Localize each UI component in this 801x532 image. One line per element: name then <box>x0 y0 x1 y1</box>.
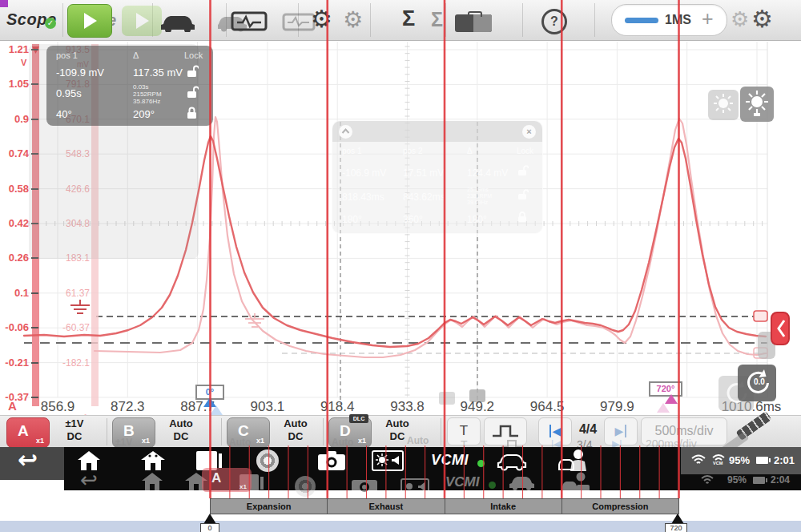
band-end-label: 720 <box>665 523 687 532</box>
ghost-auto-label: Auto <box>332 437 353 448</box>
y-axis-label: 0.1 <box>0 287 29 299</box>
y-axis-tick <box>31 362 38 364</box>
delta-rpm: 2152RPM <box>133 91 162 98</box>
rotate-value: 0.0 <box>754 377 765 386</box>
vcmi-button[interactable]: VCMI <box>431 452 469 469</box>
channel-b-range[interactable]: AutoDC <box>158 417 204 443</box>
y-axis-label: 1.21 <box>0 43 29 55</box>
back-arrow-icon: ↩ <box>18 445 38 474</box>
android-home-icon[interactable] <box>140 449 166 471</box>
channel-control-row: A x1 ±1VDC B x1 AutoDC C x1 AutoDC D x1 … <box>0 415 801 448</box>
home-icon[interactable] <box>77 450 101 471</box>
chrome-icon[interactable] <box>256 449 279 472</box>
ghost-y-axis-label: -182.1 <box>58 357 90 369</box>
ghost-col-lock: Lock <box>517 147 533 155</box>
driver-vehicle-icon[interactable] <box>557 449 590 473</box>
delta-time: 0.03s <box>133 83 162 91</box>
unlock-icon[interactable] <box>187 86 199 98</box>
delta-angle: 209° <box>133 108 155 120</box>
unlock-icon[interactable] <box>187 65 199 77</box>
recent-apps-icon[interactable] <box>195 450 223 471</box>
ghost-td: 25.19ms2381RPM39.69Hz <box>467 187 492 206</box>
x-axis-label: 949.2 <box>461 399 495 415</box>
ghost-v1: -106.9 mV <box>342 167 386 179</box>
y-axis-tick <box>31 397 38 398</box>
y-axis-unit: V <box>21 58 26 67</box>
y-axis-label: 0.74 <box>0 147 29 159</box>
ghost-unlock-icon <box>518 189 529 200</box>
y-axis-label: -0.21 <box>0 357 29 369</box>
wifi-icon <box>690 453 706 465</box>
ghost-channel-a-range: ±1V <box>115 437 132 448</box>
ghost-auto-label: Auto <box>229 437 251 448</box>
phase-ruler-band[interactable]: Expansion Exhaust Intake Compression <box>210 498 679 514</box>
back-button-zone[interactable]: ↩ <box>0 447 64 480</box>
channel-a-button[interactable]: A x1 <box>6 417 50 448</box>
delta-freq: 35.876Hz <box>133 98 162 105</box>
ghost-lamp-icon <box>708 90 739 120</box>
y-axis-label: 0.9 <box>0 113 29 125</box>
col-lock: Lock <box>184 50 203 60</box>
phase-segment-compression: Compression <box>562 499 678 514</box>
y-axis-label: 0.58 <box>0 183 29 195</box>
y-axis-tick <box>31 327 38 328</box>
y-axis-label: 0.42 <box>0 217 29 229</box>
ghost-a2: 360° <box>403 214 423 225</box>
ghost-start-degree-marker <box>210 405 223 415</box>
rotate-reset-icon[interactable]: 0.0 <box>738 365 776 401</box>
ghost-y-axis-label: -60.37 <box>58 322 90 333</box>
pos1-time: 0.95s <box>56 87 82 99</box>
ghost-lock-icon <box>518 212 529 223</box>
collapse-icon <box>339 125 352 139</box>
trigger-level-marker[interactable] <box>754 311 767 321</box>
ghost-y-axis-label: 61.37 <box>58 288 90 299</box>
ghost-time-ruler-handle <box>439 392 455 405</box>
ghost-col-pos2: pos 2 <box>403 147 422 155</box>
delta-voltage: 117.35 mV <box>133 66 183 79</box>
ghost-col-pos1: pos 1 <box>342 147 361 155</box>
vcmi-status-dot <box>477 460 485 467</box>
ghost-col-delta: Δ <box>467 147 473 155</box>
channel-c-range[interactable]: AutoDC <box>272 417 319 443</box>
scope-app-screen: Scope ✓ Scope ⚙ ⚙ Σ Σ ? 1MS + <box>0 0 801 532</box>
phase-measure-panel[interactable]: pos 1 Δ Lock -109.9 mV 117.35 mV 0.95s 0… <box>46 46 213 126</box>
ghost-vd: 124.4 mV <box>467 167 508 179</box>
ghost-auto-label: Auto <box>407 435 429 446</box>
phase-segment-expansion: Expansion <box>211 499 328 514</box>
col-delta: Δ <box>133 50 139 60</box>
y-axis-label: -0.06 <box>0 321 29 333</box>
vcmi-logo: VCMI <box>431 452 469 468</box>
lamp-icon[interactable] <box>740 87 774 122</box>
ground-symbol <box>70 300 90 313</box>
ghost-measure-popup: × pos 1 pos 2 Δ Lock -106.9 mV 17.51 mV … <box>332 120 543 234</box>
phase-segment-exhaust: Exhaust <box>328 499 445 514</box>
y-axis-label: 0.26 <box>0 252 29 264</box>
y-axis-tick <box>31 292 38 294</box>
dlc-badge: DLC <box>349 414 368 423</box>
camera-icon[interactable] <box>317 451 346 471</box>
side-panel-handle[interactable] <box>771 312 789 345</box>
channel-a-range[interactable]: ±1VDC <box>51 417 98 443</box>
pos1-voltage: -109.9 mV <box>56 66 104 79</box>
ghost-ad: 180° <box>467 214 487 225</box>
phase-segment-intake: Intake <box>445 499 562 514</box>
pos1-angle: 40° <box>56 108 72 120</box>
ghost-a1: 180° <box>342 214 362 225</box>
band-start-label: 0 <box>200 523 219 532</box>
y-axis-label: 1.05 <box>0 78 29 90</box>
close-icon: × <box>522 125 536 139</box>
ghost-t1: 818.43ms <box>342 191 384 203</box>
x-axis-label: 856.9 <box>41 399 75 415</box>
col-pos1: pos 1 <box>56 50 78 60</box>
ghost-t2: 843.62ms <box>403 191 445 203</box>
channel-a-axis-letter: A <box>8 399 17 413</box>
ghost-v2: 17.51 mV <box>403 167 444 179</box>
ghost-end-degree-marker <box>657 403 670 413</box>
corner-artifact <box>0 0 8 7</box>
x-axis-label: 964.5 <box>530 399 565 415</box>
display-audio-icon[interactable] <box>372 449 404 472</box>
lock-icon[interactable] <box>187 107 199 119</box>
vehicle-button-icon[interactable] <box>497 451 527 472</box>
ghost-unlock-icon <box>518 165 529 176</box>
page-indicator: 4/4 <box>572 422 604 437</box>
